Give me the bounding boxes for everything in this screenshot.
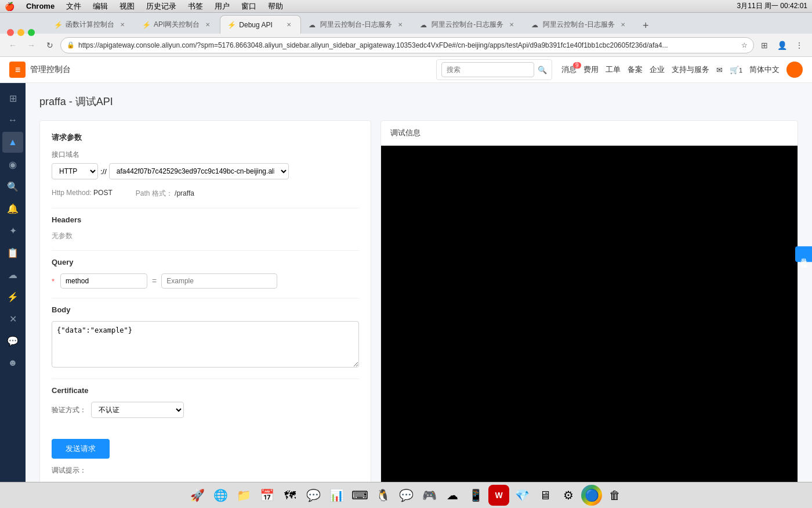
menu-history[interactable]: 历史记录 [144, 1, 179, 12]
dock-monitor[interactable]: 🖥 [535, 485, 556, 506]
minimize-button[interactable] [17, 29, 24, 36]
dock-cloud[interactable]: ☁ [442, 485, 463, 506]
sidebar-icon-search[interactable]: 🔍 [2, 176, 23, 197]
mail-icon[interactable]: ✉ [716, 66, 723, 74]
dock-settings[interactable]: ⚙ [558, 485, 579, 506]
dock-launchpad[interactable]: 🚀 [187, 485, 208, 506]
sidebar-icon-user[interactable]: ☻ [2, 352, 23, 373]
menu-user[interactable]: 用户 [212, 1, 232, 12]
menu-view[interactable]: 视图 [117, 1, 137, 12]
new-tab-button[interactable]: + [637, 17, 654, 34]
icp-link[interactable]: 备案 [628, 64, 643, 75]
certificate-section: Certificate 验证方式： 不认证 SHA256withRSA HMAC… [52, 386, 359, 418]
extensions-button[interactable]: ⊞ [756, 37, 773, 53]
search-icon: 🔍 [538, 66, 547, 74]
dock-phone[interactable]: 📱 [465, 485, 486, 506]
chrome-navbar: ← → ↻ 🔒 https://apigateway.console.aliyu… [0, 34, 812, 57]
tab-2-close[interactable]: ✕ [203, 20, 212, 30]
page-title: praffa - 调试API [39, 95, 798, 109]
sidebar-icon-bolt[interactable]: ⚡ [2, 286, 23, 307]
window-controls[interactable] [7, 29, 35, 36]
sidebar-icon-star[interactable]: ✦ [2, 220, 23, 241]
dock-messages[interactable]: 💬 [303, 485, 324, 506]
http-method-label: Http Method: [52, 189, 92, 197]
dock-calendar[interactable]: 📅 [256, 485, 277, 506]
send-request-button[interactable]: 发送请求 [52, 439, 110, 459]
cart-link[interactable]: 🛒1 [730, 66, 742, 74]
menu-bookmarks[interactable]: 书签 [186, 1, 205, 12]
sidebar-icon-close[interactable]: ✕ [2, 308, 23, 329]
dock-chrome[interactable]: 🔵 [581, 485, 602, 506]
sidebar-icon-chat[interactable]: 💬 [2, 330, 23, 351]
dock-terminal[interactable]: ⌨ [349, 485, 370, 506]
message-link[interactable]: 消息 9 [561, 64, 577, 75]
tab-1-label: 函数计算控制台 [66, 20, 114, 30]
query-row: * = [52, 273, 359, 289]
address-bar[interactable]: 🔒 https://apigateway.console.aliyun.com/… [60, 37, 754, 53]
sidebar-icon-bell[interactable]: 🔔 [2, 198, 23, 219]
aliyun-topnav: ☰ 管理控制台 🔍 消息 9 费用 工单 备案 企业 支持与服务 ✉ 🛒1 简体… [0, 57, 812, 83]
sidebar-icon-grid[interactable]: ⊞ [2, 88, 23, 109]
menu-window[interactable]: 窗口 [239, 1, 259, 12]
divider-3 [52, 298, 359, 298]
ticket-link[interactable]: 工单 [606, 64, 621, 75]
protocol-select[interactable]: HTTP HTTPS [52, 163, 98, 179]
query-value-input[interactable] [161, 273, 277, 289]
tab-5[interactable]: ☁ 阿里云控制台-日志服务 ✕ [412, 15, 524, 34]
lang-switch[interactable]: 简体中文 [749, 64, 780, 75]
dock-wps[interactable]: W [488, 485, 509, 506]
divider-4 [52, 379, 359, 379]
sidebar-icon-circle[interactable]: ◉ [2, 154, 23, 175]
dock-trash[interactable]: 🗑 [604, 485, 625, 506]
bookmark-icon[interactable]: ☆ [741, 41, 748, 49]
dock-finder[interactable]: 📁 [233, 485, 254, 506]
domain-select[interactable]: afa442f07b7c42529c3ed97cc9c149bc-cn-beij… [109, 163, 289, 179]
dock-games[interactable]: 🎮 [419, 485, 440, 506]
dock-maps[interactable]: 🗺 [280, 485, 300, 506]
query-name-input[interactable] [60, 273, 147, 289]
cost-link[interactable]: 费用 [583, 64, 599, 75]
tab-5-close[interactable]: ✕ [507, 20, 516, 30]
menu-button[interactable]: ⋮ [791, 37, 807, 53]
search-box[interactable]: 🔍 [436, 59, 552, 80]
tab-3-close[interactable]: ✕ [284, 20, 293, 30]
app-name[interactable]: Chrome [24, 2, 57, 10]
profile-button[interactable]: 👤 [774, 37, 790, 53]
tab-4-close[interactable]: ✕ [396, 20, 405, 30]
tab-4[interactable]: ☁ 阿里云控制台-日志服务 ✕ [301, 15, 412, 34]
enterprise-link[interactable]: 企业 [650, 64, 665, 75]
tab-1-close[interactable]: ✕ [118, 20, 127, 30]
tab-2[interactable]: ⚡ API网关控制台 ✕ [135, 15, 220, 34]
cert-select[interactable]: 不认证 SHA256withRSA HMAC-SHA256 [91, 402, 184, 418]
maximize-button[interactable] [28, 29, 35, 36]
tab-1[interactable]: ⚡ 函数计算控制台 ✕ [46, 15, 135, 34]
forward-button[interactable]: → [23, 37, 39, 53]
sidebar-icon-arrows[interactable]: ↔ [2, 110, 23, 131]
dock-sketch[interactable]: 💎 [512, 485, 532, 506]
sidebar-icon-list[interactable]: 📋 [2, 242, 23, 263]
dock-qq-penguin[interactable]: 🐧 [372, 485, 393, 506]
back-button[interactable]: ← [5, 37, 21, 53]
tab-6-close[interactable]: ✕ [618, 20, 628, 30]
tab-3[interactable]: ⚡ Debug API ✕ [220, 15, 301, 34]
tab-6[interactable]: ☁ 阿里云控制台-日志服务 ✕ [524, 15, 635, 34]
body-textarea[interactable]: {"data":"example"} [52, 321, 359, 368]
reload-button[interactable]: ↻ [42, 37, 58, 53]
menu-edit[interactable]: 编辑 [90, 1, 110, 12]
user-avatar[interactable] [786, 62, 803, 78]
menu-file[interactable]: 文件 [64, 1, 84, 12]
feedback-button[interactable]: 意见 反馈 [795, 246, 812, 262]
tab-3-favicon: ⚡ [227, 21, 235, 29]
sidebar-icon-api[interactable]: ▲ [2, 132, 23, 153]
dock-safari[interactable]: 🌐 [210, 485, 231, 506]
search-input[interactable] [441, 62, 534, 77]
apple-menu-icon[interactable]: 🍎 [5, 2, 14, 11]
support-link[interactable]: 支持与服务 [672, 64, 709, 75]
close-button[interactable] [7, 29, 14, 36]
dock-numbers[interactable]: 📊 [326, 485, 347, 506]
dock-wechat[interactable]: 💬 [396, 485, 416, 506]
path-label: Path 格式： [136, 189, 173, 197]
sidebar-icon-cloud[interactable]: ☁ [2, 264, 23, 285]
menu-help[interactable]: 帮助 [266, 1, 285, 12]
path-item: Path 格式： /praffa [136, 189, 194, 199]
